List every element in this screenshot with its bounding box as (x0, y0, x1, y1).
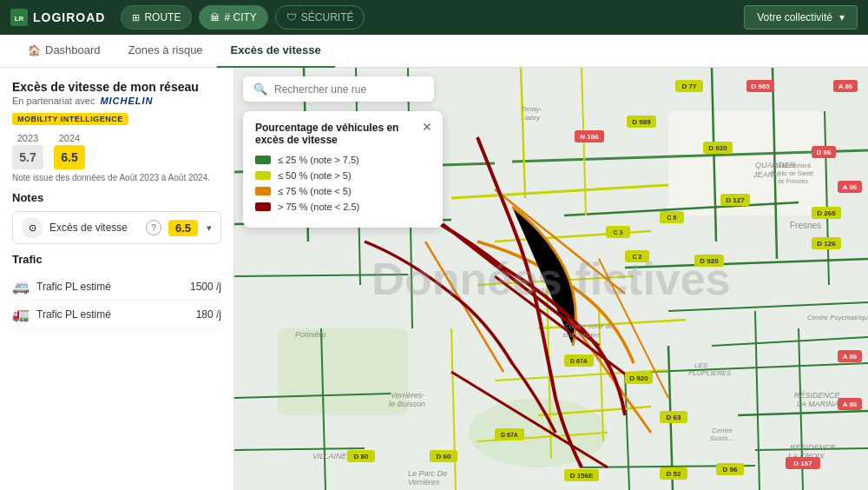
map-area[interactable]: D 77 D 985 A 86 D 989 N 186 D 920 D 86 A… (234, 68, 868, 490)
trafic-label-0: Trafic PL estimé (36, 281, 183, 293)
legend-item-0: ≤ 25 % (note > 7.5) (255, 155, 431, 165)
legend-popup: Pourcentage de véhicules en excès de vit… (243, 111, 443, 228)
securite-nav-button[interactable]: 🛡 SÉCURITÉ (275, 5, 365, 30)
route-nav-button[interactable]: ⊞ ROUTE (121, 5, 192, 30)
svg-text:Le Parc De: Le Parc De (408, 469, 447, 478)
trafic-value-1: 180 /j (196, 308, 221, 321)
svg-text:C 6: C 6 (667, 215, 677, 221)
michelin-logo: MICHELIN (100, 96, 153, 106)
svg-text:D 63: D 63 (667, 414, 681, 421)
legend-label-2: ≤ 75 % (note < 5) (278, 186, 352, 196)
svg-text:A 86: A 86 (843, 401, 858, 408)
note-label: Excès de vitesse (49, 222, 139, 234)
tab-dashboard[interactable]: 🏠 Dashboard (14, 35, 115, 68)
panel-title: Excès de vitesse de mon réseau (12, 80, 221, 94)
home-icon: 🏠 (28, 44, 41, 56)
logo-text: LOGIROAD (33, 10, 105, 24)
svg-text:LA CROIX: LA CROIX (788, 452, 825, 460)
svg-text:VILLAINE: VILLAINE (312, 452, 348, 460)
trafic-title: Trafic (12, 253, 221, 266)
svg-text:LES: LES (694, 361, 708, 369)
search-input[interactable] (274, 83, 424, 96)
svg-text:sud parisien: sud parisien (562, 331, 601, 339)
svg-text:D 126: D 126 (817, 240, 836, 248)
legend-label-3: > 75 % (note < 2.5) (278, 202, 359, 212)
svg-text:N 186: N 186 (580, 133, 599, 141)
collectivite-button[interactable]: Votre collectivité ▾ (744, 5, 858, 30)
svg-text:le-Buisson: le-Buisson (389, 400, 425, 408)
svg-text:D 67A: D 67A (501, 432, 518, 438)
year-2023-label: 2023 (17, 133, 38, 143)
trafic-row-1: 🚛 Trafic PL estimé 180 /j (12, 301, 221, 328)
search-bar: 🔍 (243, 76, 434, 102)
svg-text:D 920: D 920 (629, 374, 648, 382)
svg-text:LR: LR (15, 15, 24, 23)
svg-text:D 96: D 96 (723, 466, 738, 473)
svg-text:C 3: C 3 (614, 229, 623, 235)
legend-color-3 (255, 202, 271, 211)
city-nav-button[interactable]: 🏛 # CITY (199, 5, 267, 30)
trafic-van-icon: 🚐 (12, 278, 30, 295)
legend-item-3: > 75 % (note < 2.5) (255, 202, 431, 212)
legend-label-1: ≤ 50 % (note > 5) (278, 170, 352, 181)
data-note: Note issue des données de Août 2023 à Ao… (12, 173, 221, 182)
svg-text:D 268: D 268 (817, 209, 836, 217)
svg-text:D 67A: D 67A (570, 358, 588, 364)
tab-zones[interactable]: Zones à risque (115, 35, 217, 68)
svg-text:Tenay-: Tenay- (521, 105, 542, 113)
svg-text:A 86: A 86 (838, 83, 853, 90)
legend-title: Pourcentage de véhicules en excès de vit… (255, 122, 431, 146)
search-icon: 🔍 (253, 83, 267, 96)
note-exces-row: ⊙ Excès de vitesse ? 6.5 ▾ (12, 211, 221, 244)
legend-item-1: ≤ 50 % (note > 5) (255, 170, 431, 181)
svg-text:A 86: A 86 (843, 353, 858, 361)
trafic-row-0: 🚐 Trafic PL estimé 1500 /j (12, 273, 221, 301)
tab-exces-vitesse[interactable]: Excès de vitesse (217, 35, 335, 68)
year-2024-block: 2024 6.5 (54, 133, 85, 169)
svg-text:LA MARINA: LA MARINA (797, 400, 838, 408)
svg-text:Établissement: Établissement (773, 162, 811, 169)
svg-text:PLUPLIÈRES: PLUPLIÈRES (688, 369, 732, 377)
svg-text:A 86: A 86 (843, 183, 858, 191)
svg-text:Verrières-: Verrières- (391, 391, 424, 400)
svg-text:D 156E: D 156E (570, 472, 594, 480)
city-icon: 🏛 (210, 12, 220, 23)
trafic-value-0: 1500 /j (190, 281, 221, 293)
trafic-truck-icon: 🚛 (12, 306, 30, 322)
logiroad-logo-icon: LR (10, 9, 28, 26)
note-speed-icon: ⊙ (22, 217, 43, 238)
left-panel: Excès de vitesse de mon réseau En parten… (0, 68, 234, 490)
svg-text:RÉSIDENCE: RÉSIDENCE (790, 443, 837, 452)
svg-text:D 60: D 60 (437, 453, 451, 460)
notes-section-title: Notes (12, 191, 221, 204)
main-content: Excès de vitesse de mon réseau En parten… (0, 68, 868, 490)
svg-text:Centre Psychiatrique: Centre Psychiatrique (807, 314, 868, 321)
year-2023-block: 2023 5.7 (12, 133, 43, 169)
partner-row: En partenariat avec MICHELIN (12, 96, 221, 106)
note-dropdown-icon[interactable]: ▾ (207, 222, 212, 234)
score-2024-badge: 6.5 (54, 145, 85, 169)
svg-text:D 80: D 80 (354, 453, 369, 460)
svg-text:D 52: D 52 (667, 470, 681, 478)
svg-text:D 989: D 989 (632, 118, 651, 126)
svg-text:D 167: D 167 (793, 460, 812, 467)
svg-text:D 920: D 920 (700, 257, 719, 265)
legend-color-1 (255, 171, 271, 180)
svg-text:RÉSIDENCE: RÉSIDENCE (794, 391, 841, 400)
svg-text:...labry: ...labry (519, 114, 541, 122)
svg-text:D 920: D 920 (708, 144, 727, 152)
svg-text:D 985: D 985 (751, 83, 770, 90)
svg-text:Sushi...: Sushi... (710, 434, 733, 442)
legend-color-0 (255, 156, 271, 164)
svg-text:Verrières: Verrières (408, 478, 440, 487)
legend-color-2 (255, 187, 271, 195)
legend-close-button[interactable]: ✕ (422, 120, 432, 134)
note-help-icon[interactable]: ? (146, 220, 161, 235)
svg-text:C 2: C 2 (633, 254, 642, 260)
header: LR LOGIROAD ⊞ ROUTE 🏛 # CITY 🛡 SÉCURITÉ … (0, 0, 868, 35)
svg-text:de Fresnes: de Fresnes (778, 178, 809, 184)
subnav: 🏠 Dashboard Zones à risque Excès de vite… (0, 35, 868, 68)
svg-text:Potinière: Potinière (295, 330, 326, 339)
chevron-down-icon: ▾ (839, 11, 845, 23)
svg-text:D 127: D 127 (726, 196, 745, 204)
